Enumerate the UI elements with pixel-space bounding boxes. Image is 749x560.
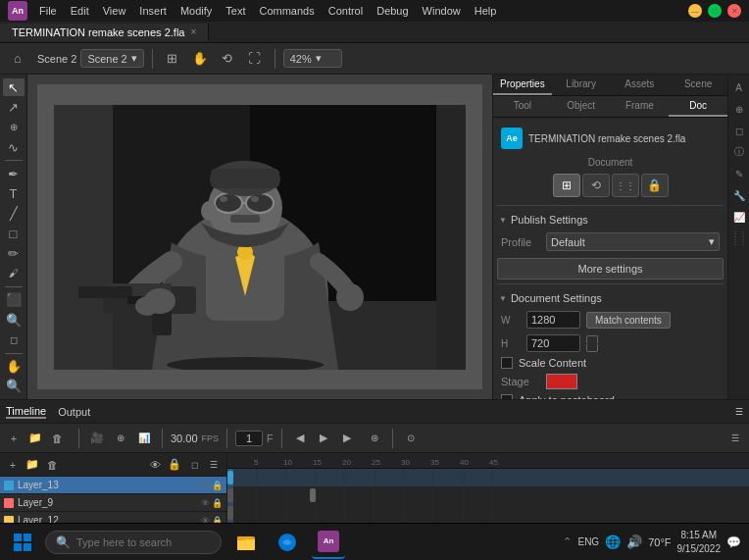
delete-layer-btn-2[interactable]: 🗑 <box>43 456 61 474</box>
far-right-btn-2[interactable]: ⊕ <box>730 100 748 118</box>
menu-insert[interactable]: Insert <box>133 3 173 19</box>
panel-tab-library[interactable]: Library <box>552 75 611 95</box>
timeline-tab[interactable]: Timeline <box>6 405 46 419</box>
file-tab[interactable]: TERMINATION remake scenes 2.fla × <box>0 24 209 41</box>
fullscreen-icon[interactable]: ⛶ <box>243 47 267 71</box>
delete-layer-btn[interactable]: 🗑 <box>47 429 67 448</box>
apply-pasteboard-checkbox[interactable] <box>501 394 513 399</box>
far-right-btn-4[interactable]: ⓘ <box>730 143 748 161</box>
time-date-display[interactable]: 8:15 AM 9/15/2022 <box>677 529 722 556</box>
layer-row[interactable]: Layer_9 👁 🔒 <box>0 494 226 512</box>
doc-icon-lock[interactable]: 🔒 <box>641 174 669 197</box>
tab-tool[interactable]: Tool <box>493 96 552 117</box>
graph-btn[interactable]: 📊 <box>134 429 154 448</box>
transform-tool[interactable]: ⊕ <box>3 119 25 136</box>
select-tool[interactable]: ↖ <box>3 78 25 96</box>
add-folder-btn[interactable]: 📁 <box>24 456 41 474</box>
lock-all-btn[interactable]: 🔒 <box>166 456 183 474</box>
text-tool[interactable]: T <box>3 184 25 202</box>
far-right-btn-1[interactable]: A <box>730 78 748 96</box>
loop-btn[interactable]: ⊛ <box>365 429 384 448</box>
tab-close-btn[interactable]: × <box>190 26 196 37</box>
taskbar-explorer[interactable] <box>229 526 263 559</box>
height-input[interactable] <box>526 334 580 352</box>
home-icon[interactable]: ⌂ <box>6 47 29 71</box>
new-layer-btn[interactable]: + <box>4 429 24 448</box>
window-close[interactable]: ✕ <box>727 4 741 18</box>
motion-btn[interactable]: ⊕ <box>111 429 130 448</box>
taskbar-browser[interactable] <box>271 526 304 559</box>
profile-select[interactable]: Default ▾ <box>546 232 720 251</box>
match-contents-btn[interactable]: Match contents <box>586 312 671 329</box>
window-maximize[interactable]: □ <box>708 4 722 18</box>
add-layer-btn[interactable]: + <box>4 456 22 474</box>
eraser-tool[interactable]: ◻ <box>3 331 25 348</box>
subselect-tool[interactable]: ↗ <box>3 98 25 116</box>
doc-icon-history[interactable]: ⟲ <box>582 174 610 197</box>
layer-options-btn[interactable]: ☰ <box>205 456 223 474</box>
far-right-btn-3[interactable]: ◻ <box>730 122 748 139</box>
far-right-btn-6[interactable]: 🔧 <box>730 186 748 204</box>
layer-row[interactable]: Layer_13 👁 🔒 <box>0 477 226 494</box>
battery-icon[interactable]: 70°F <box>648 536 671 548</box>
menu-text[interactable]: Text <box>220 3 251 19</box>
hide-all-btn[interactable]: 👁 <box>146 456 164 474</box>
brush-tool[interactable]: 🖌 <box>3 265 25 282</box>
window-minimize[interactable]: — <box>688 4 702 18</box>
fill-tool[interactable]: ⬛ <box>3 291 25 309</box>
fit-icon[interactable]: ⊞ <box>161 47 184 71</box>
doc-icon-home[interactable]: ⊞ <box>553 174 580 197</box>
menu-file[interactable]: File <box>33 3 63 19</box>
doc-icon-grid[interactable]: ⋮⋮ <box>612 174 639 197</box>
outline-all-btn[interactable]: ◻ <box>185 456 203 474</box>
tab-object[interactable]: Object <box>552 96 611 117</box>
menu-edit[interactable]: Edit <box>65 3 95 19</box>
output-tab[interactable]: Output <box>58 406 90 418</box>
publish-settings-header[interactable]: ▼ Publish Settings <box>497 210 724 229</box>
folder-btn[interactable]: 📁 <box>25 429 45 448</box>
menu-modify[interactable]: Modify <box>175 3 218 19</box>
menu-debug[interactable]: Debug <box>371 3 414 19</box>
menu-control[interactable]: Control <box>323 3 369 19</box>
search-input[interactable] <box>76 536 194 548</box>
panel-tab-assets[interactable]: Assets <box>611 75 670 95</box>
language-icon[interactable]: ENG <box>577 536 599 547</box>
pen-tool[interactable]: ✒ <box>3 165 25 182</box>
zoom-tool[interactable]: 🔍 <box>3 378 25 395</box>
scene-dropdown[interactable]: Scene 2 ▾ <box>80 49 143 68</box>
far-right-btn-5[interactable]: ✎ <box>730 165 748 182</box>
lasso-tool[interactable]: ∿ <box>3 138 25 156</box>
menu-view[interactable]: View <box>97 3 132 19</box>
far-right-btn-8[interactable]: ⋮⋮⋮⋮ <box>730 229 748 247</box>
pencil-tool[interactable]: ✏ <box>3 244 25 262</box>
scale-content-checkbox[interactable] <box>501 357 513 369</box>
frame-input[interactable] <box>235 431 263 446</box>
tray-chevron-icon[interactable]: ⌃ <box>563 535 572 548</box>
hand-icon[interactable]: ✋ <box>188 47 212 71</box>
next-keyframe-btn[interactable]: ▶ <box>337 429 357 448</box>
document-settings-header[interactable]: ▼ Document Settings <box>497 288 724 308</box>
play-btn[interactable]: ▶ <box>314 429 333 448</box>
network-icon[interactable]: 🌐 <box>605 535 621 549</box>
menu-window[interactable]: Window <box>417 3 467 19</box>
hand-tool[interactable]: ✋ <box>3 357 25 375</box>
panel-tab-properties[interactable]: Properties <box>493 75 552 95</box>
taskbar-animate[interactable]: An <box>312 526 345 559</box>
timeline-settings-btn[interactable]: ☰ <box>725 429 745 448</box>
menu-commands[interactable]: Commands <box>253 3 320 19</box>
rotate-icon[interactable]: ⟲ <box>216 47 239 71</box>
tab-doc[interactable]: Doc <box>669 96 727 117</box>
tab-frame[interactable]: Frame <box>611 96 670 117</box>
notification-icon[interactable]: 💬 <box>726 535 741 549</box>
width-input[interactable] <box>526 311 580 329</box>
rect-tool[interactable]: □ <box>3 225 25 242</box>
line-tool[interactable]: ╱ <box>3 205 25 223</box>
search-bar[interactable]: 🔍 <box>45 531 222 554</box>
eyedropper-tool[interactable]: 🔍 <box>3 311 25 329</box>
start-button[interactable] <box>8 528 37 557</box>
panel-tab-scene[interactable]: Scene <box>669 75 727 95</box>
zoom-select[interactable]: 42% ▾ <box>283 49 342 68</box>
publish-more-settings-btn[interactable]: More settings <box>497 258 724 280</box>
menu-help[interactable]: Help <box>469 3 503 19</box>
volume-icon[interactable]: 🔊 <box>626 535 642 549</box>
